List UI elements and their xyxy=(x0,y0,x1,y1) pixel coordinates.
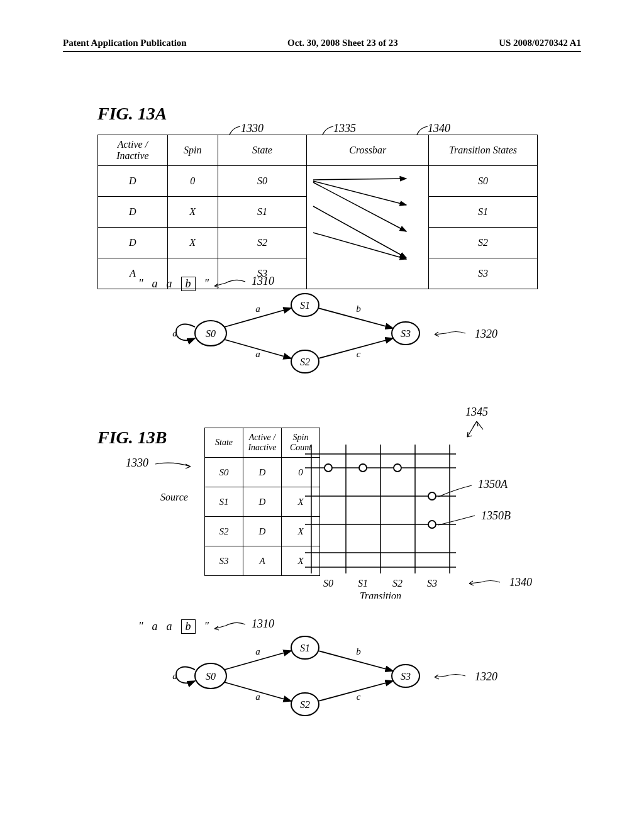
svg-text:a: a xyxy=(255,692,260,702)
ref-1330b-leader xyxy=(154,459,204,472)
svg-point-37 xyxy=(428,521,436,528)
svg-text:S2: S2 xyxy=(300,699,310,710)
svg-text:S3: S3 xyxy=(401,671,411,682)
svg-text:b: b xyxy=(356,646,361,656)
ref-1330-b: 1330 xyxy=(126,456,148,470)
ref-1345: 1345 xyxy=(465,406,488,419)
ref-1345-leader xyxy=(464,418,489,438)
fig13a-table: Active / Inactive Spin State Crossbar Tr… xyxy=(97,135,538,289)
svg-line-4 xyxy=(313,233,406,259)
table-row: S0 D 0 xyxy=(205,458,320,487)
header-left: Patent Application Publication xyxy=(63,38,187,48)
svg-line-1 xyxy=(313,181,406,205)
crossbar-cell xyxy=(307,166,429,289)
th-crossbar: Crossbar xyxy=(307,135,429,166)
svg-text:a: a xyxy=(255,304,260,314)
svg-text:a: a xyxy=(172,671,177,681)
ref-1310-b: 1310 xyxy=(252,617,274,631)
svg-text:S1: S1 xyxy=(358,578,368,589)
svg-text:S1: S1 xyxy=(300,300,310,311)
table-row: D 0 S0 S0 xyxy=(98,166,538,197)
svg-point-36 xyxy=(428,492,436,500)
th-ai: Active / Inactive xyxy=(98,135,168,166)
th-state: State xyxy=(218,135,307,166)
svg-text:a: a xyxy=(255,349,260,359)
svg-text:Transition: Transition xyxy=(360,590,401,599)
fig13b-table: State Active / Inactive Spin Count S0 D … xyxy=(204,428,320,576)
svg-text:b: b xyxy=(356,304,361,314)
source-label: Source xyxy=(160,492,188,503)
page-header: Patent Application Publication Oct. 30, … xyxy=(63,38,581,52)
svg-text:S0: S0 xyxy=(323,578,333,589)
svg-point-35 xyxy=(394,464,401,472)
ref-1320-a: 1320 xyxy=(475,328,497,341)
svg-point-33 xyxy=(325,464,332,472)
svg-text:S2: S2 xyxy=(392,578,402,589)
th-spin: Spin xyxy=(167,135,218,166)
state-diagram-a: a S0 S1 S2 S3 a a b c xyxy=(157,289,472,380)
state-diagram-b: a S0 S1 S2 S3 a a b c xyxy=(157,632,472,723)
table-row: S1 D X xyxy=(205,487,320,517)
ref-1310-a: 1310 xyxy=(252,275,274,288)
svg-line-3 xyxy=(313,206,406,258)
crossbar-arrows-icon xyxy=(307,166,413,274)
th-ai-b: Active / Inactive xyxy=(243,428,282,458)
svg-text:S2: S2 xyxy=(300,357,310,367)
header-center: Oct. 30, 2008 Sheet 23 of 23 xyxy=(287,38,398,48)
svg-text:a: a xyxy=(172,328,177,338)
svg-text:S1: S1 xyxy=(300,643,310,653)
svg-text:S3: S3 xyxy=(427,578,437,589)
fig13b-label: FIG. 13B xyxy=(97,428,167,448)
ref-1340-b: 1340 xyxy=(509,576,532,589)
svg-line-0 xyxy=(313,179,406,180)
ref-1350b: 1350B xyxy=(481,509,511,523)
svg-text:S0: S0 xyxy=(206,671,216,682)
page: Patent Application Publication Oct. 30, … xyxy=(0,0,644,830)
ref-1350a: 1350A xyxy=(478,478,508,491)
svg-point-34 xyxy=(359,464,367,472)
ref-1320-b: 1320 xyxy=(475,670,497,683)
svg-line-2 xyxy=(313,182,406,231)
svg-line-58 xyxy=(318,681,393,701)
th-tstates: Transition States xyxy=(429,135,538,166)
svg-text:S3: S3 xyxy=(401,328,411,339)
svg-text:S0: S0 xyxy=(206,328,216,339)
table-row: S2 D X xyxy=(205,517,320,546)
svg-line-20 xyxy=(318,338,393,358)
fig13a-label: FIG. 13A xyxy=(97,104,167,124)
header-right: US 2008/0270342 A1 xyxy=(499,38,581,48)
ref-1340b-leader xyxy=(465,576,516,590)
svg-text:c: c xyxy=(357,692,361,702)
th-state-b: State xyxy=(205,428,243,458)
svg-text:a: a xyxy=(255,646,260,656)
svg-text:c: c xyxy=(357,349,361,359)
table-row: S3 A X xyxy=(205,546,320,576)
